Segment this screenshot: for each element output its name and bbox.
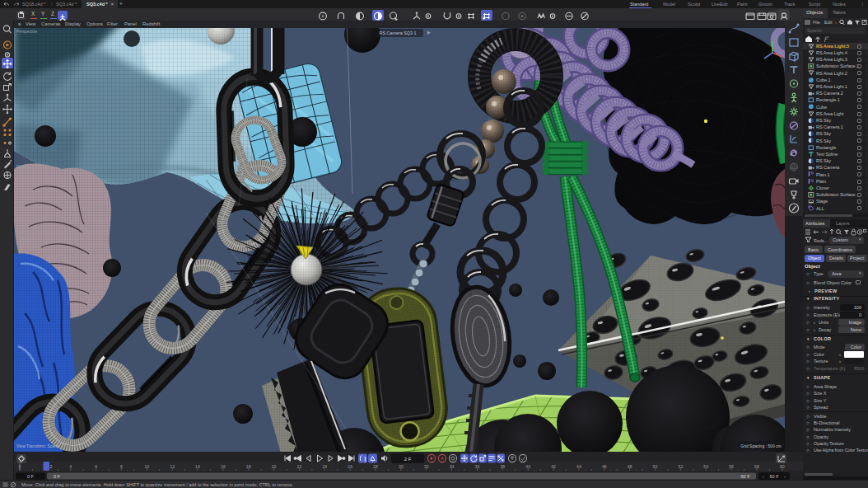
svg-text:30: 30 — [399, 464, 404, 469]
svg-text:34: 34 — [450, 464, 455, 469]
svg-text:RS Camera SQ3 1: RS Camera SQ3 1 — [380, 30, 417, 35]
svg-text:0 F: 0 F — [27, 474, 35, 479]
svg-text:2 F: 2 F — [404, 457, 412, 462]
svg-text:32: 32 — [424, 464, 429, 469]
svg-text:44: 44 — [576, 464, 581, 469]
svg-text:4: 4 — [69, 464, 72, 469]
svg-text:48: 48 — [628, 464, 632, 469]
svg-text:38: 38 — [500, 464, 505, 469]
svg-text:A: A — [441, 456, 444, 461]
svg-text:Move: Move — [16, 165, 26, 169]
svg-text:0 F: 0 F — [54, 474, 61, 479]
svg-text:26: 26 — [348, 464, 352, 469]
svg-text:10: 10 — [144, 464, 149, 469]
svg-text:50: 50 — [653, 464, 658, 469]
svg-text:46: 46 — [602, 464, 607, 469]
svg-text:16: 16 — [221, 464, 226, 469]
svg-text:60 F: 60 F — [740, 474, 750, 479]
svg-text:22: 22 — [297, 464, 302, 469]
svg-text:20: 20 — [272, 464, 277, 469]
svg-text:›: › — [784, 474, 786, 479]
svg-text:6: 6 — [95, 464, 97, 469]
svg-text:60: 60 — [780, 464, 785, 469]
svg-text:18: 18 — [246, 464, 251, 469]
svg-text:28: 28 — [373, 464, 378, 469]
svg-text:Y: Y — [774, 37, 777, 41]
svg-text:36: 36 — [475, 464, 480, 469]
svg-text:24: 24 — [322, 464, 327, 469]
svg-text:60 F: 60 F — [769, 474, 779, 479]
svg-text:View Transform: Scene: View Transform: Scene — [16, 443, 59, 448]
svg-text:12: 12 — [170, 464, 175, 469]
svg-text:54: 54 — [703, 464, 708, 469]
svg-text:40: 40 — [525, 464, 530, 469]
svg-text:14: 14 — [195, 464, 200, 469]
svg-text:42: 42 — [551, 464, 556, 469]
svg-text:2: 2 — [50, 464, 53, 469]
svg-text:8: 8 — [120, 464, 123, 469]
svg-text:Perspective: Perspective — [16, 30, 37, 34]
svg-text:‹: ‹ — [763, 474, 764, 479]
svg-text:Grid Spacing : 500 cm: Grid Spacing : 500 cm — [740, 443, 781, 448]
svg-text:52: 52 — [679, 464, 684, 469]
svg-text:58: 58 — [754, 464, 759, 469]
svg-text:56: 56 — [729, 464, 734, 469]
